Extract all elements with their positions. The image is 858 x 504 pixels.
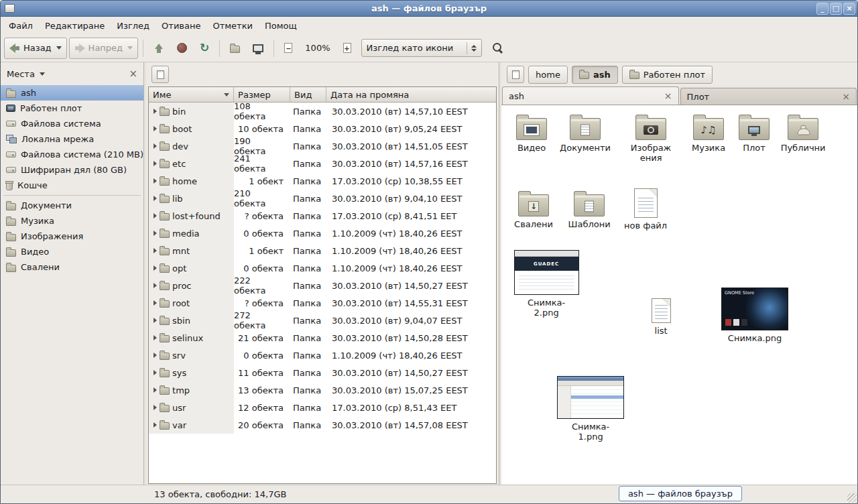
menu-edit[interactable]: Редактиране bbox=[39, 17, 111, 34]
icon-pictures-folder[interactable]: Изображения bbox=[621, 113, 681, 164]
close-button[interactable] bbox=[843, 3, 855, 15]
table-row-usr[interactable]: usr 12 обекта Папка 17.03.2010 (ср) 8,51… bbox=[149, 399, 496, 416]
tab-ash[interactable]: ash bbox=[502, 86, 678, 105]
zoom-out-button[interactable] bbox=[279, 38, 298, 59]
icon-video-folder[interactable]: Видео bbox=[501, 113, 562, 153]
zoom-level-button[interactable]: 100% bbox=[300, 38, 335, 59]
sidebar-item-video[interactable]: Видео bbox=[1, 244, 143, 259]
resize-grip[interactable] bbox=[847, 493, 857, 503]
stop-button[interactable] bbox=[172, 38, 192, 59]
menu-go[interactable]: Отиване bbox=[156, 17, 206, 34]
expander-icon[interactable] bbox=[154, 405, 157, 410]
breadcrumb-desktop[interactable]: Работен плот bbox=[622, 66, 713, 84]
minimize-button[interactable] bbox=[816, 3, 829, 15]
view-mode-select[interactable]: Изглед като икони bbox=[361, 39, 482, 57]
expander-icon[interactable] bbox=[154, 318, 157, 323]
tab-close-icon[interactable] bbox=[664, 90, 672, 101]
column-header-date[interactable]: Дата на промяна bbox=[326, 87, 496, 103]
view-mode-stepper-icon[interactable] bbox=[467, 42, 477, 54]
table-row-sbin[interactable]: sbin 272 обекта Папка 30.03.2010 (вт) 9,… bbox=[149, 312, 496, 329]
expander-icon[interactable] bbox=[154, 300, 157, 306]
up-button[interactable] bbox=[148, 38, 170, 59]
sidebar-item-encrypted-80gb[interactable]: Шифриран дял (80 GB) bbox=[1, 162, 143, 178]
places-title[interactable]: Места bbox=[7, 69, 35, 79]
expander-icon[interactable] bbox=[154, 370, 157, 375]
table-row-tmp[interactable]: tmp 13 обекта Папка 30.03.2010 (вт) 15,0… bbox=[149, 381, 496, 399]
sidebar-item-filesystem[interactable]: Файлова система bbox=[1, 116, 143, 131]
breadcrumb-home[interactable]: home bbox=[528, 66, 568, 84]
table-row-boot[interactable]: boot 10 обекта Папка 30.03.2010 (вт) 9,0… bbox=[149, 120, 496, 137]
column-header-type[interactable]: Вид bbox=[290, 87, 326, 103]
sidebar-item-filesystem-210mb[interactable]: Файлова система (210 MB) bbox=[1, 147, 143, 162]
menu-bookmarks[interactable]: Отметки bbox=[206, 17, 258, 34]
breadcrumb-ash[interactable]: ash bbox=[572, 66, 618, 84]
sidebar-item-music[interactable]: Музика bbox=[1, 213, 143, 229]
maximize-button[interactable] bbox=[830, 3, 842, 15]
places-dropdown-icon[interactable] bbox=[40, 72, 45, 76]
table-row-mnt[interactable]: mnt 1 обект Папка 1.10.2009 (чт) 18,40,2… bbox=[149, 242, 496, 259]
tab-close-icon[interactable] bbox=[842, 91, 850, 102]
taskbar-window-button[interactable]: ash — файлов браузър bbox=[619, 486, 742, 501]
icon-templates-folder[interactable]: Шаблони bbox=[559, 190, 619, 230]
icon-snimka-1-png[interactable]: Снимка-1.png bbox=[560, 376, 621, 442]
table-row-opt[interactable]: opt 0 обекта Папка 1.10.2009 (чт) 18,40,… bbox=[149, 259, 496, 277]
sidebar-item-trash[interactable]: Кошче bbox=[1, 178, 143, 193]
icon-new-file[interactable]: нов файл bbox=[615, 187, 676, 231]
table-row-proc[interactable]: proc 222 обекта Папка 30.03.2010 (вт) 14… bbox=[149, 277, 496, 294]
expander-icon[interactable] bbox=[154, 353, 157, 358]
table-row-etc[interactable]: etc 241 обекта Папка 30.03.2010 (вт) 14,… bbox=[149, 155, 496, 172]
computer-button[interactable] bbox=[247, 38, 269, 59]
column-header-size[interactable]: Размер bbox=[234, 87, 290, 103]
table-row-lib[interactable]: lib 210 обекта Папка 30.03.2010 (вт) 9,0… bbox=[149, 190, 496, 207]
table-row-sys[interactable]: sys 11 обекта Папка 30.03.2010 (вт) 14,5… bbox=[149, 364, 496, 381]
menu-file[interactable]: Файл bbox=[3, 17, 39, 34]
sidebar-item-network[interactable]: Локална мрежа bbox=[1, 131, 143, 147]
icon-documents-folder[interactable]: Документи bbox=[555, 113, 615, 153]
sidebar-item-documents[interactable]: Документи bbox=[1, 198, 143, 213]
table-row-dev[interactable]: dev 190 обекта Папка 30.03.2010 (вт) 14,… bbox=[149, 137, 496, 155]
sidebar-item-desktop[interactable]: Работен плот bbox=[1, 101, 143, 116]
table-row-srv[interactable]: srv 0 обекта Папка 1.10.2009 (чт) 18,40,… bbox=[149, 346, 496, 364]
expander-icon[interactable] bbox=[154, 126, 157, 131]
sidebar-item-ash[interactable]: ash bbox=[1, 85, 143, 101]
expander-icon[interactable] bbox=[154, 265, 157, 271]
reload-button[interactable] bbox=[194, 38, 214, 59]
table-row-var[interactable]: var 20 обекта Папка 30.03.2010 (вт) 14,5… bbox=[149, 416, 496, 434]
expander-icon[interactable] bbox=[154, 143, 157, 149]
column-header-name[interactable]: Име bbox=[149, 87, 234, 103]
expander-icon[interactable] bbox=[154, 231, 157, 236]
icon-downloads-folder[interactable]: Свалени bbox=[503, 190, 564, 230]
home-button[interactable] bbox=[225, 38, 245, 59]
table-row-home[interactable]: home 1 обект Папка 17.03.2010 (ср) 10,38… bbox=[149, 172, 496, 190]
location-toggle-button[interactable] bbox=[507, 66, 524, 83]
zoom-in-button[interactable] bbox=[338, 38, 357, 59]
expander-icon[interactable] bbox=[154, 109, 157, 114]
expander-icon[interactable] bbox=[154, 283, 157, 288]
icon-snimka-2-png[interactable]: GUADEC Снимка-2.png bbox=[516, 250, 576, 318]
expander-icon[interactable] bbox=[154, 422, 157, 428]
expander-icon[interactable] bbox=[154, 161, 157, 166]
tab-desktop[interactable]: Плот bbox=[680, 88, 857, 105]
menu-view[interactable]: Изглед bbox=[111, 17, 156, 34]
table-row-root[interactable]: root ? обекта Папка 30.03.2010 (вт) 14,5… bbox=[149, 294, 496, 312]
table-row-lost-found[interactable]: lost+found ? обекта Папка 17.03.2010 (ср… bbox=[149, 207, 496, 225]
expander-icon[interactable] bbox=[154, 196, 157, 201]
expander-icon[interactable] bbox=[154, 387, 157, 393]
back-history-dropdown-icon[interactable] bbox=[56, 46, 62, 50]
table-row-media[interactable]: media 0 обекта Папка 1.10.2009 (чт) 18,4… bbox=[149, 225, 496, 242]
expander-icon[interactable] bbox=[154, 213, 157, 218]
menu-help[interactable]: Помощ bbox=[259, 17, 303, 34]
expander-icon[interactable] bbox=[154, 178, 157, 184]
icon-list-file[interactable]: list bbox=[631, 294, 691, 336]
table-row-bin[interactable]: bin 108 обекта Папка 30.03.2010 (вт) 14,… bbox=[149, 103, 496, 120]
back-button[interactable]: Назад bbox=[4, 38, 67, 59]
search-button[interactable] bbox=[487, 38, 509, 59]
icon-public-folder[interactable]: Публични bbox=[773, 113, 833, 153]
forward-button[interactable]: Напред bbox=[69, 38, 138, 59]
location-toggle-button[interactable] bbox=[151, 66, 169, 83]
expander-icon[interactable] bbox=[154, 335, 157, 340]
table-row-selinux[interactable]: selinux 21 обекта Папка 30.03.2010 (вт) … bbox=[149, 329, 496, 346]
expander-icon[interactable] bbox=[154, 248, 157, 253]
sidebar-item-downloads[interactable]: Свалени bbox=[1, 259, 143, 275]
icon-snimka-png[interactable]: GNOME Store Снимка.png bbox=[725, 288, 785, 344]
